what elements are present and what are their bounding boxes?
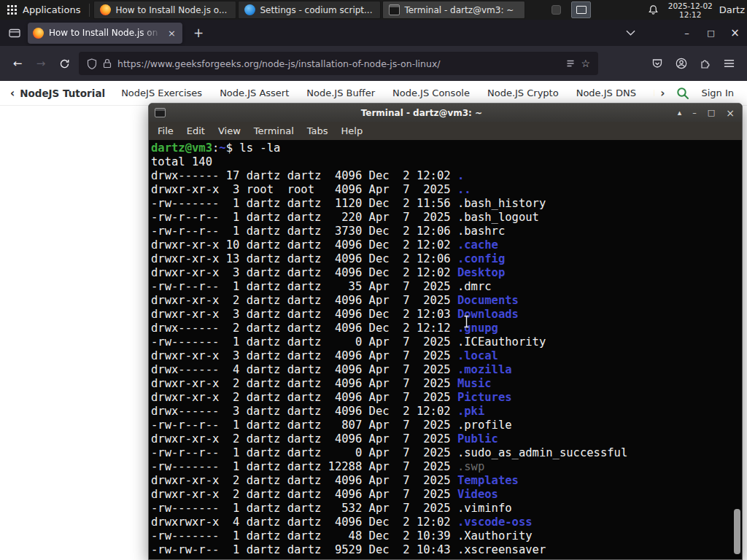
taskbar-button-label: Settings - codium script... <box>260 5 372 15</box>
notification-bell-icon[interactable] <box>645 4 662 15</box>
terminal-shade-button[interactable]: ▴ <box>678 109 682 117</box>
listing-pre: -rw-r--r-- 1 dartz dartz 0 Apr 7 2025 <box>151 446 457 459</box>
terminal-line: -rw-r--r-- 1 dartz dartz 35 Apr 7 2025 .… <box>151 280 742 294</box>
terminal-menu-help[interactable]: Help <box>335 124 370 138</box>
tracking-protection-shield-icon[interactable] <box>87 58 97 69</box>
listing-pre: -rw-r--r-- 1 dartz dartz 220 Apr 7 2025 <box>151 211 457 224</box>
site-nav-items: NodeJS ExercisesNode.JS AssertNode.JS Bu… <box>121 88 654 98</box>
terminal-line: drwxr-xr-x 2 dartz dartz 4096 Apr 7 2025… <box>151 294 742 308</box>
search-icon[interactable] <box>676 87 689 100</box>
listing-pre: drwx------ 4 dartz dartz 4096 Apr 7 2025 <box>151 363 457 376</box>
site-nav-item[interactable]: Node <box>654 88 654 98</box>
terminal-line: drwxr-xr-x 3 dartz dartz 4096 Dec 2 12:0… <box>151 308 742 322</box>
terminal-scrollbar-thumb[interactable] <box>734 509 740 554</box>
extensions-puzzle-icon[interactable] <box>693 52 717 74</box>
site-nav-item[interactable]: Node.JS Console <box>392 88 470 98</box>
prompt-dollar: $ <box>226 141 240 155</box>
mouse-cursor <box>462 315 471 328</box>
listing-pre: -rw------- 1 dartz dartz 532 Apr 7 2025 <box>151 502 457 515</box>
tab-favicon <box>33 28 44 39</box>
browser-maximize-button[interactable]: □ <box>699 20 723 46</box>
terminal-maximize-button[interactable]: □ <box>708 109 715 117</box>
account-icon[interactable] <box>669 52 693 74</box>
taskbar-button-terminal[interactable]: Terminal - dartz@vm3: ~ <box>382 1 525 19</box>
chevron-down-icon <box>626 30 635 36</box>
terminal-close-button[interactable]: × <box>726 108 735 118</box>
listing-pre: -rw-r--r-- 1 dartz dartz 35 Apr 7 2025 <box>151 280 457 293</box>
terminal-title: Terminal - dartz@vm3: ~ <box>171 108 672 118</box>
menu-hamburger-icon[interactable] <box>717 52 741 74</box>
listing-pre: drwxr-xr-x 2 dartz dartz 4096 Apr 7 2025 <box>151 377 457 390</box>
browser-close-button[interactable]: × <box>723 20 747 46</box>
lock-icon[interactable] <box>103 58 112 69</box>
listing-name: .. <box>457 183 471 196</box>
site-nav-item[interactable]: NodeJS Exercises <box>121 88 202 98</box>
browser-tab[interactable]: How to Install Node.js on × <box>28 23 182 44</box>
chevron-right-icon[interactable]: › <box>660 87 665 100</box>
toolbar-icons <box>645 52 741 74</box>
tray-window-icon[interactable] <box>571 1 591 18</box>
tab-close-button[interactable]: × <box>166 28 177 39</box>
reader-mode-icon[interactable] <box>566 59 575 69</box>
terminal-titlebar[interactable]: Terminal - dartz@vm3: ~ ▴ – □ × <box>149 104 742 122</box>
browser-minimize-button[interactable]: – <box>675 20 699 46</box>
listing-name: .cache <box>457 238 498 252</box>
tray-app-icon[interactable] <box>546 1 566 18</box>
listing-pre: drwxrwxr-x 4 dartz dartz 4096 Dec 2 12:0… <box>151 516 457 529</box>
firefox-view-icon <box>9 28 20 39</box>
listing-pre: drwxr-xr-x 3 dartz dartz 4096 Dec 2 12:0… <box>151 308 457 321</box>
site-nav-item[interactable]: Node.JS DNS <box>576 88 636 98</box>
firefox-icon <box>100 4 111 15</box>
listing-name: .bash_history <box>457 197 546 210</box>
listing-name: .Xauthority <box>457 529 533 542</box>
list-all-tabs-button[interactable] <box>619 20 643 46</box>
terminal-menubar: FileEditViewTerminalTabsHelp <box>149 122 742 140</box>
terminal-line: drwx------ 2 dartz dartz 4096 Dec 2 12:1… <box>151 322 742 335</box>
chevron-left-icon: ‹ <box>10 87 15 100</box>
sign-in-button[interactable]: Sign In <box>701 88 734 98</box>
site-nav-item[interactable]: Node.JS Assert <box>220 88 289 98</box>
listing-pre: -rw------- 1 dartz dartz 12288 Apr 7 202… <box>151 460 457 473</box>
terminal-menu-edit[interactable]: Edit <box>180 124 212 138</box>
firefox-view-button[interactable] <box>9 28 20 39</box>
listing-name: .dmrc <box>457 280 492 293</box>
new-tab-button[interactable]: + <box>189 26 208 40</box>
terminal-menu-tabs[interactable]: Tabs <box>301 124 335 138</box>
panel-clock[interactable]: 2025-12-02 12:12 <box>668 1 713 19</box>
terminal-total-line: total 140 <box>151 155 742 169</box>
listing-pre: drwxr-xr-x 2 dartz dartz 4096 Apr 7 2025 <box>151 391 457 404</box>
bookmark-star-icon[interactable]: ☆ <box>581 58 590 69</box>
applications-label: Applications <box>23 4 80 15</box>
back-button[interactable]: ← <box>6 52 29 74</box>
site-nav-right: › Sign In <box>660 87 737 100</box>
listing-name: .swp <box>457 460 484 473</box>
listing-pre: drwxr-xr-x 3 dartz dartz 4096 Dec 2 12:0… <box>151 266 457 279</box>
terminal-line: drwxr-xr-x 3 dartz dartz 4096 Dec 2 12:0… <box>151 266 742 280</box>
prompt-command: ls -la <box>239 141 280 155</box>
terminal-minimize-button[interactable]: – <box>692 109 697 117</box>
codium-icon <box>244 4 255 15</box>
terminal-line: -rw------- 1 dartz dartz 48 Dec 2 10:39 … <box>151 529 742 543</box>
terminal-output[interactable]: dartz@vm3:~$ ls -la total 140 drwx------… <box>149 140 742 559</box>
terminal-line: drwx------ 4 dartz dartz 4096 Apr 7 2025… <box>151 363 742 377</box>
pocket-icon[interactable] <box>645 52 669 74</box>
terminal-menu-terminal[interactable]: Terminal <box>247 124 301 138</box>
listing-name: Desktop <box>457 266 505 279</box>
reload-icon <box>59 58 70 69</box>
site-nav-item[interactable]: Node.JS Crypto <box>487 88 559 98</box>
taskbar-button-codium[interactable]: Settings - codium script... <box>238 1 381 19</box>
site-nav-back[interactable]: ‹ NodeJS Tutorial <box>10 87 105 100</box>
panel-user-label[interactable]: Dartz <box>719 4 745 15</box>
site-nav-item[interactable]: Node.JS Buffer <box>306 88 375 98</box>
terminal-menu-view[interactable]: View <box>212 124 247 138</box>
forward-button[interactable]: → <box>29 52 53 74</box>
applications-menu-button[interactable]: Applications <box>0 0 88 20</box>
url-bar[interactable]: https://www.geeksforgeeks.org/node-js/in… <box>79 52 598 75</box>
listing-pre: drwx------ 17 dartz dartz 4096 Dec 2 12:… <box>151 169 457 182</box>
terminal-line: drwxr-xr-x 3 root root 4096 Apr 7 2025 .… <box>151 183 742 197</box>
taskbar-button-firefox[interactable]: How to Install Node.js o... <box>93 1 236 19</box>
listing-pre: -rw-rw-r-- 1 dartz dartz 9529 Dec 2 10:4… <box>151 543 457 556</box>
terminal-menu-file[interactable]: File <box>151 124 180 138</box>
terminal-line: drwxrwxr-x 4 dartz dartz 4096 Dec 2 12:0… <box>151 516 742 529</box>
reload-button[interactable] <box>53 52 76 74</box>
